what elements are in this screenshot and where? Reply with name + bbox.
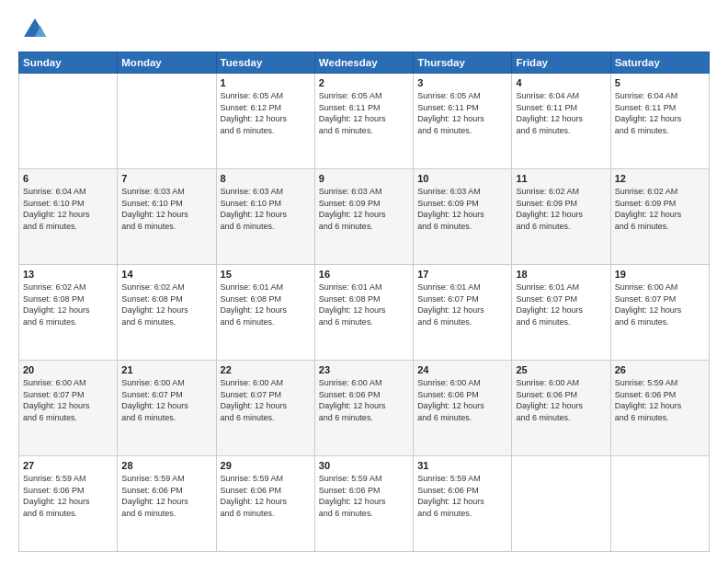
- page: SundayMondayTuesdayWednesdayThursdayFrid…: [0, 0, 728, 563]
- day-number: 17: [417, 269, 507, 280]
- day-number: 28: [121, 460, 211, 471]
- calendar-cell: 13Sunrise: 6:02 AM Sunset: 6:08 PM Dayli…: [19, 265, 118, 361]
- day-number: 25: [516, 364, 606, 375]
- calendar-cell: 15Sunrise: 6:01 AM Sunset: 6:08 PM Dayli…: [216, 265, 314, 361]
- calendar-cell: 21Sunrise: 6:00 AM Sunset: 6:07 PM Dayli…: [118, 361, 216, 456]
- day-info: Sunrise: 6:03 AM Sunset: 6:10 PM Dayligh…: [221, 186, 311, 232]
- header: [18, 17, 710, 42]
- calendar-cell: 26Sunrise: 5:59 AM Sunset: 6:06 PM Dayli…: [610, 361, 709, 456]
- day-number: 24: [417, 364, 507, 375]
- day-info: Sunrise: 6:02 AM Sunset: 6:09 PM Dayligh…: [615, 186, 705, 232]
- day-info: Sunrise: 6:02 AM Sunset: 6:09 PM Dayligh…: [516, 186, 606, 232]
- calendar-cell: 20Sunrise: 6:00 AM Sunset: 6:07 PM Dayli…: [19, 361, 118, 456]
- calendar-cell: 30Sunrise: 5:59 AM Sunset: 6:06 PM Dayli…: [314, 456, 413, 552]
- day-info: Sunrise: 6:01 AM Sunset: 6:08 PM Dayligh…: [221, 282, 311, 327]
- day-number: 13: [23, 269, 113, 280]
- weekday-header-row: SundayMondayTuesdayWednesdayThursdayFrid…: [19, 52, 710, 74]
- calendar-cell: 27Sunrise: 5:59 AM Sunset: 6:06 PM Dayli…: [19, 456, 118, 552]
- day-number: 10: [417, 173, 507, 184]
- day-info: Sunrise: 6:02 AM Sunset: 6:08 PM Dayligh…: [121, 282, 211, 327]
- logo: [18, 17, 48, 42]
- calendar-cell: 24Sunrise: 6:00 AM Sunset: 6:06 PM Dayli…: [414, 361, 512, 456]
- day-number: 3: [417, 77, 507, 88]
- calendar-cell: 7Sunrise: 6:03 AM Sunset: 6:10 PM Daylig…: [118, 169, 216, 265]
- calendar-cell: 23Sunrise: 6:00 AM Sunset: 6:06 PM Dayli…: [314, 361, 413, 456]
- day-info: Sunrise: 6:00 AM Sunset: 6:07 PM Dayligh…: [121, 377, 211, 423]
- calendar-cell: 19Sunrise: 6:00 AM Sunset: 6:07 PM Dayli…: [610, 265, 709, 361]
- day-number: 11: [516, 173, 606, 184]
- calendar-cell: 16Sunrise: 6:01 AM Sunset: 6:08 PM Dayli…: [314, 265, 413, 361]
- calendar-cell: 28Sunrise: 5:59 AM Sunset: 6:06 PM Dayli…: [118, 456, 216, 552]
- day-info: Sunrise: 6:00 AM Sunset: 6:07 PM Dayligh…: [221, 377, 311, 423]
- weekday-saturday: Saturday: [610, 52, 709, 74]
- calendar-cell: [610, 456, 709, 552]
- day-number: 18: [516, 269, 606, 280]
- weekday-wednesday: Wednesday: [314, 52, 413, 74]
- day-number: 23: [319, 364, 409, 375]
- weekday-monday: Monday: [118, 52, 216, 74]
- day-info: Sunrise: 6:01 AM Sunset: 6:07 PM Dayligh…: [417, 282, 507, 327]
- day-number: 7: [121, 173, 211, 184]
- calendar-cell: 22Sunrise: 6:00 AM Sunset: 6:07 PM Dayli…: [216, 361, 314, 456]
- calendar-cell: 2Sunrise: 6:05 AM Sunset: 6:11 PM Daylig…: [314, 74, 413, 169]
- day-info: Sunrise: 5:59 AM Sunset: 6:06 PM Dayligh…: [615, 377, 705, 423]
- calendar-cell: [118, 74, 216, 169]
- calendar-cell: [19, 74, 118, 169]
- day-info: Sunrise: 6:01 AM Sunset: 6:07 PM Dayligh…: [516, 282, 606, 327]
- day-info: Sunrise: 6:00 AM Sunset: 6:06 PM Dayligh…: [319, 377, 409, 423]
- calendar-cell: 8Sunrise: 6:03 AM Sunset: 6:10 PM Daylig…: [216, 169, 314, 265]
- day-info: Sunrise: 6:04 AM Sunset: 6:11 PM Dayligh…: [516, 90, 606, 136]
- day-info: Sunrise: 6:04 AM Sunset: 6:10 PM Dayligh…: [23, 186, 113, 232]
- day-info: Sunrise: 6:04 AM Sunset: 6:11 PM Dayligh…: [615, 90, 705, 136]
- calendar-cell: 14Sunrise: 6:02 AM Sunset: 6:08 PM Dayli…: [118, 265, 216, 361]
- day-number: 1: [221, 77, 311, 88]
- calendar-cell: 11Sunrise: 6:02 AM Sunset: 6:09 PM Dayli…: [512, 169, 610, 265]
- calendar-cell: 5Sunrise: 6:04 AM Sunset: 6:11 PM Daylig…: [610, 74, 709, 169]
- day-number: 15: [221, 269, 311, 280]
- day-info: Sunrise: 5:59 AM Sunset: 6:06 PM Dayligh…: [121, 473, 211, 519]
- week-row-1: 6Sunrise: 6:04 AM Sunset: 6:10 PM Daylig…: [19, 169, 710, 265]
- day-number: 20: [23, 364, 113, 375]
- calendar-cell: 18Sunrise: 6:01 AM Sunset: 6:07 PM Dayli…: [512, 265, 610, 361]
- calendar-cell: 17Sunrise: 6:01 AM Sunset: 6:07 PM Dayli…: [414, 265, 512, 361]
- calendar-table: SundayMondayTuesdayWednesdayThursdayFrid…: [18, 52, 710, 552]
- weekday-friday: Friday: [512, 52, 610, 74]
- day-number: 29: [221, 460, 311, 471]
- week-row-0: 1Sunrise: 6:05 AM Sunset: 6:12 PM Daylig…: [19, 74, 710, 169]
- day-number: 14: [121, 269, 211, 280]
- week-row-2: 13Sunrise: 6:02 AM Sunset: 6:08 PM Dayli…: [19, 265, 710, 361]
- day-number: 16: [319, 269, 409, 280]
- calendar-cell: 31Sunrise: 5:59 AM Sunset: 6:06 PM Dayli…: [414, 456, 512, 552]
- day-info: Sunrise: 5:59 AM Sunset: 6:06 PM Dayligh…: [319, 473, 409, 519]
- week-row-4: 27Sunrise: 5:59 AM Sunset: 6:06 PM Dayli…: [19, 456, 710, 552]
- calendar-cell: 9Sunrise: 6:03 AM Sunset: 6:09 PM Daylig…: [314, 169, 413, 265]
- day-info: Sunrise: 6:00 AM Sunset: 6:06 PM Dayligh…: [417, 377, 507, 423]
- day-info: Sunrise: 6:05 AM Sunset: 6:11 PM Dayligh…: [417, 90, 507, 136]
- day-info: Sunrise: 6:00 AM Sunset: 6:06 PM Dayligh…: [516, 377, 606, 423]
- calendar-cell: 12Sunrise: 6:02 AM Sunset: 6:09 PM Dayli…: [610, 169, 709, 265]
- calendar-cell: 3Sunrise: 6:05 AM Sunset: 6:11 PM Daylig…: [414, 74, 512, 169]
- calendar-cell: 6Sunrise: 6:04 AM Sunset: 6:10 PM Daylig…: [19, 169, 118, 265]
- day-number: 21: [121, 364, 211, 375]
- day-number: 12: [615, 173, 705, 184]
- day-info: Sunrise: 6:02 AM Sunset: 6:08 PM Dayligh…: [23, 282, 113, 327]
- weekday-thursday: Thursday: [414, 52, 512, 74]
- weekday-sunday: Sunday: [19, 52, 118, 74]
- day-number: 2: [319, 77, 409, 88]
- day-info: Sunrise: 5:59 AM Sunset: 6:06 PM Dayligh…: [417, 473, 507, 519]
- calendar-cell: 1Sunrise: 6:05 AM Sunset: 6:12 PM Daylig…: [216, 74, 314, 169]
- calendar-cell: 29Sunrise: 5:59 AM Sunset: 6:06 PM Dayli…: [216, 456, 314, 552]
- day-number: 6: [23, 173, 113, 184]
- day-info: Sunrise: 6:01 AM Sunset: 6:08 PM Dayligh…: [319, 282, 409, 327]
- calendar-cell: 25Sunrise: 6:00 AM Sunset: 6:06 PM Dayli…: [512, 361, 610, 456]
- calendar-cell: 10Sunrise: 6:03 AM Sunset: 6:09 PM Dayli…: [414, 169, 512, 265]
- day-number: 19: [615, 269, 705, 280]
- day-info: Sunrise: 6:03 AM Sunset: 6:10 PM Dayligh…: [121, 186, 211, 232]
- calendar-cell: 4Sunrise: 6:04 AM Sunset: 6:11 PM Daylig…: [512, 74, 610, 169]
- calendar-cell: [512, 456, 610, 552]
- day-number: 8: [221, 173, 311, 184]
- day-number: 4: [516, 77, 606, 88]
- day-info: Sunrise: 5:59 AM Sunset: 6:06 PM Dayligh…: [221, 473, 311, 519]
- day-info: Sunrise: 6:05 AM Sunset: 6:12 PM Dayligh…: [221, 90, 311, 136]
- day-number: 26: [615, 364, 705, 375]
